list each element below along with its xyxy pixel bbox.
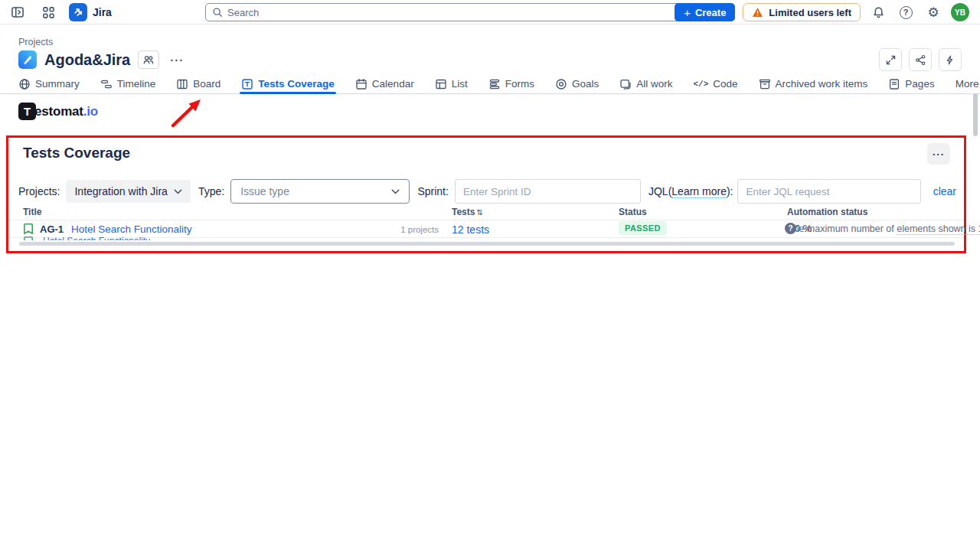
table-icon [435, 78, 447, 90]
testomat-tab-icon [241, 78, 253, 90]
column-header-automation: Automation status [787, 207, 867, 217]
sidebar-toggle-icon [11, 5, 24, 19]
create-button-label: Create [695, 7, 726, 18]
automation-status-cell: ? 0 % the maximum number of elements sho… [778, 222, 966, 236]
user-avatar[interactable]: YB [951, 3, 969, 21]
question-mark-icon: ? [900, 6, 913, 19]
search-input[interactable] [227, 7, 690, 18]
all-work-icon [619, 78, 632, 90]
column-header-tests[interactable]: Tests⇅ [452, 207, 483, 217]
help-button[interactable]: ? [896, 2, 916, 22]
plus-icon: + [684, 7, 691, 18]
issue-key[interactable]: AG-1 [40, 223, 64, 235]
tab-tests-coverage[interactable]: Tests Coverage [241, 74, 335, 93]
table-header-row: Title Tests⇅ Status Automation status [8, 207, 964, 220]
tab-label: Goals [572, 78, 599, 90]
tab-calendar[interactable]: Calendar [355, 74, 414, 93]
people-icon [142, 54, 155, 66]
app-name-label: Jira [93, 6, 112, 18]
tests-header-label: Tests [452, 207, 475, 217]
board-icon [176, 78, 188, 90]
global-search[interactable] [205, 3, 697, 21]
table-row[interactable]: AG-1 Hotel Search Functionality 1 projec… [8, 220, 964, 237]
tab-label: All work [636, 78, 672, 90]
target-icon [555, 78, 567, 90]
page-icon [888, 78, 900, 90]
collapse-sidebar-button[interactable] [8, 2, 28, 22]
tests-count-link[interactable]: 12 tests [452, 223, 489, 236]
testomat-logo-tld: .io [83, 104, 98, 119]
tab-goals[interactable]: Goals [555, 74, 599, 93]
code-icon: </> [693, 80, 708, 89]
jira-home-link[interactable]: Jira [69, 3, 112, 21]
tab-archived-work-items[interactable]: Archived work items [759, 74, 868, 93]
tab-list[interactable]: List [435, 74, 468, 93]
annotation-red-box: Tests Coverage ··· Projects: Integration… [6, 135, 966, 253]
panel-title: Tests Coverage [23, 145, 130, 161]
projects-filter-value: Integration with Jira [74, 185, 167, 197]
story-bookmark-icon [23, 223, 34, 235]
ellipsis-icon: ··· [170, 54, 184, 67]
page: Jira + Create Limited users left [0, 0, 980, 551]
expand-icon [885, 54, 897, 66]
sprint-filter-label: Sprint: [417, 185, 448, 197]
issue-type-placeholder: Issue type [240, 185, 289, 197]
help-circle-icon[interactable]: ? [785, 223, 796, 234]
tab-label: Timeline [117, 78, 156, 90]
ellipsis-icon: ··· [933, 148, 945, 160]
projects-filter-label: Projects: [18, 185, 60, 197]
project-more-button[interactable]: ··· [167, 54, 187, 67]
jql-request-input[interactable] [737, 179, 920, 204]
clipped-next-row: Hotel Search Functionality [23, 236, 329, 240]
tab-forms[interactable]: Forms [488, 74, 534, 93]
gear-icon: ⚙ [927, 6, 939, 19]
sort-icon: ⇅ [476, 208, 482, 217]
app-switcher-button[interactable] [38, 2, 58, 22]
sprint-id-input[interactable] [455, 179, 641, 204]
notifications-button[interactable] [868, 2, 888, 22]
create-button[interactable]: + Create [675, 3, 735, 21]
app-grid-icon [42, 6, 55, 19]
project-tab-bar: Summary Timeline Board [0, 74, 980, 94]
jql-learn-more-link[interactable]: Learn more [671, 185, 727, 198]
vertical-scrollbar[interactable] [973, 93, 978, 136]
filters-row: Projects: Integration with Jira Type: Is… [18, 179, 956, 204]
search-icon [212, 7, 223, 18]
tab-all-work[interactable]: All work [619, 74, 672, 93]
project-members-button[interactable] [138, 51, 159, 69]
breadcrumb-projects[interactable]: Projects [18, 37, 53, 47]
tab-timeline[interactable]: Timeline [100, 74, 156, 93]
jql-label-post: ): [727, 185, 733, 197]
share-icon [915, 54, 926, 66]
tab-summary[interactable]: Summary [18, 74, 80, 93]
limit-note-underlined: elements shown is 100 [897, 223, 980, 235]
tab-code[interactable]: </> Code [693, 74, 737, 93]
jql-filter-label: JQL(Learn more): [648, 185, 733, 197]
bell-icon [872, 6, 885, 19]
panel-more-button[interactable]: ··· [927, 143, 950, 165]
projects-count: 1 projects [384, 225, 439, 234]
jira-logo-icon [69, 3, 87, 21]
automation-button[interactable] [939, 48, 962, 71]
annotation-arrow [167, 95, 213, 130]
calendar-icon [355, 78, 368, 90]
settings-button[interactable]: ⚙ [923, 2, 943, 22]
clear-filters-link[interactable]: clear [933, 185, 956, 197]
testomat-logo[interactable]: T estomat .io [18, 103, 98, 120]
tab-board[interactable]: Board [176, 74, 220, 93]
limited-users-banner[interactable]: Limited users left [743, 3, 861, 21]
tab-label: Forms [505, 78, 534, 90]
issue-type-select[interactable]: Issue type [230, 179, 410, 204]
issue-title-link[interactable]: Hotel Search Functionality [71, 223, 192, 235]
projects-filter-dropdown[interactable]: Integration with Jira [66, 180, 190, 203]
tab-more[interactable]: More 2 [956, 74, 980, 93]
tab-label: Summary [35, 78, 80, 90]
share-button[interactable] [909, 48, 932, 71]
limit-note: the maximum number of elements shown is … [791, 223, 980, 234]
tab-pages[interactable]: Pages [888, 74, 934, 93]
horizontal-scrollbar[interactable] [19, 242, 955, 246]
tab-label: Board [193, 78, 220, 90]
fullscreen-button[interactable] [879, 48, 902, 71]
warning-triangle-icon [752, 7, 763, 18]
chevron-down-icon [174, 189, 182, 194]
